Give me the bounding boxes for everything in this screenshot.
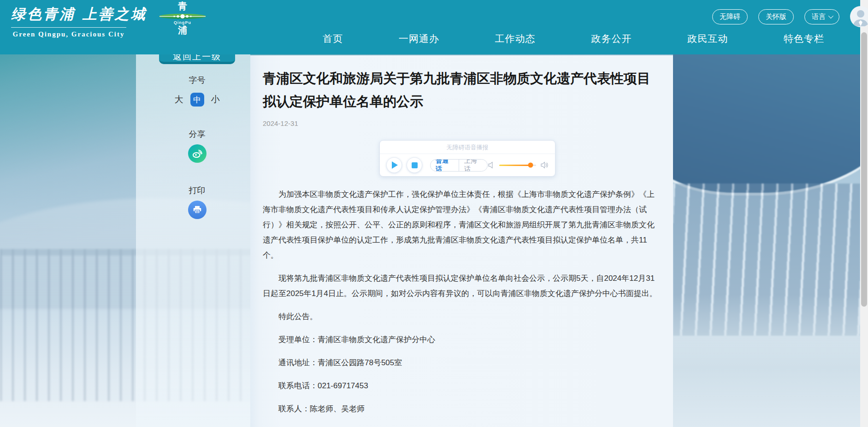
article-body: 为加强本区非物质文化遗产保护工作，强化保护单位主体责任，根据《上海市非物质文化遗… (263, 187, 661, 416)
emblem-top-character: 青 (156, 1, 209, 12)
volume-low-icon (488, 161, 495, 169)
slogan-chinese: 绿色青浦 上善之城 (11, 5, 126, 24)
volume-fill (499, 165, 531, 166)
nav-item-interaction[interactable]: 政民互动 (687, 32, 728, 45)
nav-item-gov-disclosure[interactable]: 政务公开 (591, 32, 632, 45)
article-paragraph-2: 现将第九批青浦区非物质文化遗产代表性项目拟认定保护单位名单向社会公示，公示期5天… (263, 271, 661, 301)
printer-icon (192, 205, 202, 215)
font-size-label: 字号 (159, 75, 235, 86)
slogan-english: Green Qingpu, Gracious City (11, 27, 126, 38)
voice-language-toggle: 普通话 上海话 (430, 159, 488, 172)
site-logo[interactable]: 绿色青浦 上善之城 Green Qingpu, Gracious City (11, 5, 126, 38)
article-paragraph-3: 特此公告。 (263, 309, 661, 324)
language-label: 语言 (812, 12, 826, 21)
nav-item-home[interactable]: 首页 (323, 32, 343, 45)
print-label: 打印 (159, 185, 235, 196)
volume-slider[interactable] (499, 165, 536, 166)
island-icon (159, 12, 207, 20)
background-fade (673, 294, 860, 427)
qingpu-emblem: 青 QingPu 浦 (156, 1, 209, 36)
nav-item-one-stop-services[interactable]: 一网通办 (399, 32, 439, 45)
care-version-label: 关怀版 (766, 12, 786, 21)
accessibility-label: 无障碍 (720, 12, 740, 21)
voice-mandarin-option[interactable]: 普通话 (431, 160, 459, 171)
stop-icon (412, 162, 418, 168)
article-panel: 青浦区文化和旅游局关于第九批青浦区非物质文化遗产代表性项目拟认定保护单位名单的公… (250, 55, 673, 427)
article-paragraph-4: 受理单位：青浦区非物质文化遗产保护分中心 (263, 332, 661, 347)
voice-shanghainese-option[interactable]: 上海话 (459, 160, 487, 171)
stop-button[interactable] (407, 157, 422, 173)
article-paragraph-5: 通讯地址：青浦区公园路78号505室 (263, 355, 661, 370)
audio-player-title: 无障碍语音播报 (380, 141, 555, 154)
background-roof-right (673, 54, 860, 193)
play-button[interactable] (386, 157, 402, 173)
font-size-large-button[interactable]: 大 (175, 94, 183, 106)
language-dropdown-button[interactable]: 语言 (804, 9, 839, 24)
scrollbar-thumb[interactable] (861, 32, 867, 307)
article-paragraph-7: 联系人：陈老师、吴老师 (263, 401, 661, 416)
emblem-bottom-character: 浦 (156, 25, 209, 36)
weibo-icon (192, 148, 203, 159)
background-building-right (673, 54, 860, 427)
font-size-medium-button[interactable]: 中 (190, 93, 204, 107)
user-avatar[interactable] (850, 6, 868, 27)
volume-control (488, 161, 549, 169)
nav-item-special-columns[interactable]: 特色专栏 (784, 32, 824, 45)
volume-high-icon (540, 161, 549, 169)
site-header: 绿色青浦 上善之城 Green Qingpu, Gracious City 青 … (0, 0, 860, 54)
share-weibo-button[interactable] (188, 144, 207, 163)
chevron-down-icon (828, 13, 833, 18)
font-size-options: 大 中 小 (159, 93, 235, 107)
article-paragraph-6: 联系电话：021-69717453 (263, 378, 661, 393)
header-utility-buttons: 无障碍 关怀版 语言 (712, 3, 868, 30)
audio-controls: 普通话 上海话 (380, 154, 555, 176)
care-version-button[interactable]: 关怀版 (758, 9, 794, 24)
vertical-scrollbar[interactable] (860, 0, 868, 427)
page: 返回上一级 绿色青浦 上善之城 Green Qingpu, Gracious C… (0, 0, 868, 427)
play-icon (392, 161, 398, 169)
article-toolbar: 字号 大 中 小 分享 打印 (159, 54, 235, 219)
print-button[interactable] (188, 201, 207, 219)
font-size-small-button[interactable]: 小 (211, 94, 220, 106)
share-label: 分享 (159, 129, 235, 140)
accessibility-button[interactable]: 无障碍 (712, 9, 748, 24)
audio-player: 无障碍语音播报 普通话 上海话 (379, 140, 555, 177)
article-paragraph-1: 为加强本区非物质文化遗产保护工作，强化保护单位主体责任，根据《上海市非物质文化遗… (263, 187, 661, 263)
emblem-english: QingPu (156, 20, 209, 25)
volume-knob[interactable] (528, 163, 533, 168)
person-icon (850, 6, 868, 27)
article-title: 青浦区文化和旅游局关于第九批青浦区非物质文化遗产代表性项目拟认定保护单位名单的公… (263, 67, 661, 113)
article-date: 2024-12-31 (263, 119, 661, 127)
nav-item-work-news[interactable]: 工作动态 (495, 32, 536, 45)
